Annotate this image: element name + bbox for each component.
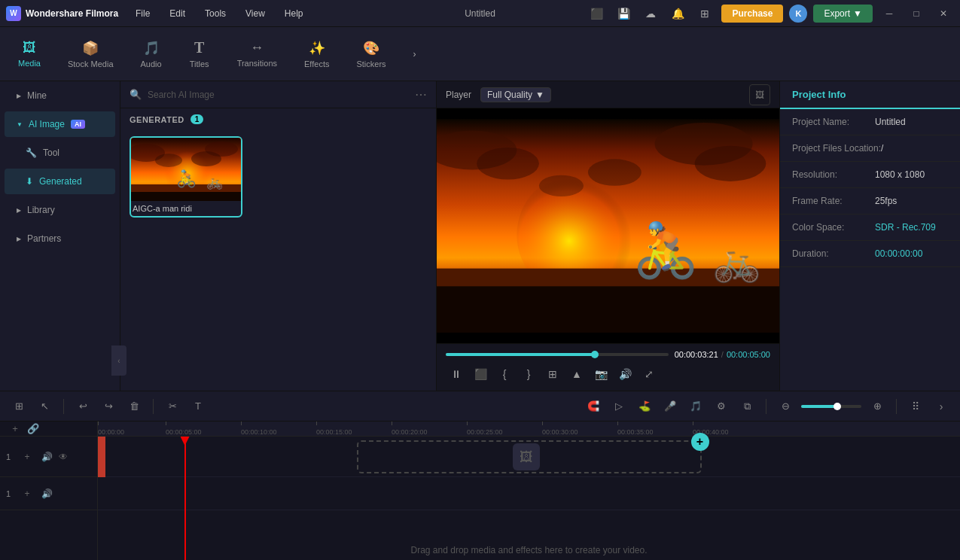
project-info-tab[interactable]: Project Info	[780, 81, 960, 109]
play-pause-button[interactable]: ⏸	[446, 364, 467, 385]
audio-track-area[interactable]	[98, 477, 960, 510]
ruler-mark-4: 00:00:20:00	[392, 428, 428, 436]
magnet-button[interactable]: 🧲	[584, 397, 603, 416]
picture-in-picture-button[interactable]: ⧉	[737, 397, 757, 416]
add-track-button[interactable]: +	[6, 422, 24, 438]
drop-zone[interactable]: + 🖼	[357, 440, 702, 473]
tab-titles[interactable]: T Titles	[177, 33, 222, 75]
video-track-area[interactable]: + 🖼	[98, 437, 960, 477]
tab-titles-label: Titles	[190, 59, 209, 68]
tab-stickers[interactable]: 🎨 Stickers	[344, 34, 398, 75]
menu-help[interactable]: Help	[276, 5, 312, 22]
window-title: Untitled	[465, 8, 495, 19]
player-topbar: Player Full Quality ▼ 🖼	[437, 81, 779, 108]
snapshot-button[interactable]: 🖼	[749, 84, 770, 105]
flag-button[interactable]: ⛳	[635, 397, 654, 416]
export-button[interactable]: Export ▼	[813, 5, 873, 23]
sidebar-item-generated[interactable]: ⬇ Generated	[5, 169, 115, 194]
cloud-icon[interactable]: ☁	[640, 3, 661, 24]
tab-media-label: Media	[18, 59, 41, 68]
audio-track-add-button[interactable]: +	[20, 486, 35, 501]
sidebar-item-ai-image[interactable]: ▼ AI Image AI	[5, 111, 115, 137]
monitor-icon[interactable]: ⬛	[586, 3, 607, 24]
search-input[interactable]	[148, 90, 409, 100]
sidebar-item-mine[interactable]: ▶ Mine	[5, 83, 115, 108]
fullscreen-button[interactable]: ⤢	[638, 364, 660, 385]
delete-button[interactable]: 🗑	[124, 397, 144, 416]
stop-button[interactable]: ⬛	[470, 364, 491, 385]
menu-edit[interactable]: Edit	[160, 5, 194, 22]
playback-controls: ⏸ ⬛ { } ⊞ ▲ 📷 🔊 ⤢	[446, 364, 770, 385]
mic-button[interactable]: 🎤	[660, 397, 680, 416]
tab-transitions[interactable]: ↔ Transitions	[225, 34, 289, 74]
menu-file[interactable]: File	[126, 5, 159, 22]
maximize-button[interactable]: □	[906, 3, 927, 24]
video-track-visible-button[interactable]: 👁	[59, 452, 68, 462]
progress-bar[interactable]	[446, 353, 669, 356]
audio-track-mute-button[interactable]: 🔊	[39, 486, 54, 501]
grid-icon[interactable]: ⊞	[694, 3, 715, 24]
timeline-ruler: 00:00:00 00:00:05:00 00:00:10:00 00:00:1…	[98, 422, 960, 437]
clip-button[interactable]: ⊞	[542, 364, 563, 385]
tab-effects[interactable]: ✨ Effects	[292, 34, 341, 75]
play-range-button[interactable]: ▷	[609, 397, 629, 416]
media-options-button[interactable]: ⋯	[415, 87, 427, 102]
minimize-button[interactable]: ─	[879, 3, 900, 24]
beginning-marker	[98, 437, 105, 477]
menu-view[interactable]: View	[236, 5, 274, 22]
video-track-audio-button[interactable]: 🔊	[39, 449, 54, 464]
bell-icon[interactable]: 🔔	[667, 3, 688, 24]
quality-select[interactable]: Full Quality ▼	[480, 87, 551, 102]
ruler-mark-0: 00:00:00	[98, 428, 124, 436]
cut-button[interactable]: ✂	[163, 397, 182, 416]
sidebar-item-library[interactable]: ▶ Library	[5, 197, 115, 223]
drop-add-button[interactable]: +	[691, 433, 709, 451]
toolbar-more-button[interactable]: ›	[404, 44, 425, 65]
tl-sep-4	[896, 399, 897, 414]
ai-image-arrow-icon: ▼	[17, 121, 23, 128]
zoom-in-button[interactable]: ⊕	[867, 397, 887, 416]
zoom-slider[interactable]	[801, 405, 861, 408]
menu-tools[interactable]: Tools	[196, 5, 235, 22]
user-avatar[interactable]: K	[789, 5, 807, 23]
ai-tools-button[interactable]: ⚙	[712, 397, 731, 416]
svg-text:🚴: 🚴	[176, 169, 197, 189]
redo-button[interactable]: ↪	[99, 397, 118, 416]
timeline-toolbar: ⊞ ↖ ↩ ↪ 🗑 ✂ T 🧲 ▷ ⛳ 🎤 🎵 ⚙ ⧉ ⊖ ⊕	[0, 391, 960, 422]
tl-sep-3	[766, 399, 766, 414]
snapshot-ctrl-button[interactable]: 📷	[590, 364, 611, 385]
sidebar-item-tool[interactable]: 🔧 Tool	[5, 140, 115, 166]
bracket-in-button[interactable]: {	[494, 364, 515, 385]
expand-button[interactable]: ›	[931, 397, 951, 416]
sidebar-item-partners[interactable]: ▶ Partners	[5, 226, 115, 251]
tab-audio[interactable]: 🎵 Audio	[129, 34, 174, 75]
close-button[interactable]: ✕	[933, 3, 954, 24]
zoom-out-button[interactable]: ⊖	[776, 397, 795, 416]
tab-stock-media[interactable]: 📦 Stock Media	[56, 34, 126, 75]
music-add-button[interactable]: 🎵	[686, 397, 706, 416]
player-label: Player	[446, 90, 471, 100]
titlebar: W Wondershare Filmora File Edit Tools Vi…	[0, 0, 960, 27]
prev-frame-button[interactable]: ▲	[566, 364, 587, 385]
audio-ctrl-button[interactable]: 🔊	[614, 364, 635, 385]
tab-media[interactable]: 🖼 Media	[6, 34, 53, 74]
video-track-add-button[interactable]: +	[20, 449, 35, 464]
split-view-button[interactable]: ⊞	[9, 397, 29, 416]
media-thumbnail[interactable]: 🚴 🚲 AIGC-a man ridi	[130, 136, 242, 218]
sidebar-tool-label: Tool	[43, 148, 59, 158]
grid-layout-button[interactable]: ⠿	[906, 397, 925, 416]
collapse-panel-button[interactable]: ‹	[111, 345, 126, 376]
select-tool-button[interactable]: ↖	[35, 397, 54, 416]
ruler-mark-7: 00:00:35:00	[617, 428, 654, 436]
link-tracks-button[interactable]: 🔗	[24, 422, 42, 438]
info-frame-rate-value: 25fps	[875, 196, 897, 206]
save-cloud-icon[interactable]: 💾	[613, 3, 634, 24]
text-tool-button[interactable]: T	[188, 397, 208, 416]
ruler-mark-1: 00:00:05:00	[166, 428, 202, 436]
bracket-out-button[interactable]: }	[518, 364, 539, 385]
time-display: 00:00:03:21 / 00:00:05:00	[675, 350, 770, 359]
purchase-button[interactable]: Purchase	[721, 5, 783, 23]
tl-sep-1	[63, 399, 64, 414]
info-duration-label: Duration:	[792, 248, 875, 259]
undo-button[interactable]: ↩	[73, 397, 93, 416]
